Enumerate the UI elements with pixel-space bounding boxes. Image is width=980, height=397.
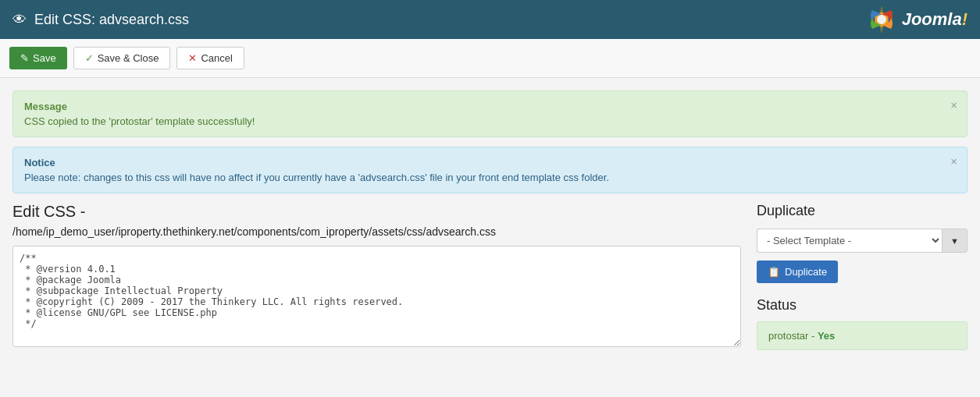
notice-alert: Notice Please note: changes to this css … (12, 147, 968, 193)
cancel-icon: ✕ (188, 52, 197, 64)
content-area: Message CSS copied to the 'protostar' te… (0, 78, 980, 363)
css-editor-wrapper (12, 246, 741, 349)
notice-text: Please note: changes to this css will ha… (24, 172, 939, 183)
css-textarea[interactable] (12, 246, 741, 347)
select-template-row: - Select Template - ▼ (757, 229, 968, 253)
page-title: Edit CSS: advsearch.css (34, 12, 189, 28)
notice-title: Notice (24, 157, 939, 168)
header-left: 👁 Edit CSS: advsearch.css (12, 12, 189, 28)
message-text: CSS copied to the 'protostar' template s… (24, 115, 939, 127)
cancel-button[interactable]: ✕ Cancel (176, 47, 244, 69)
message-close-button[interactable]: × (950, 99, 957, 111)
select-template-caret-icon[interactable]: ▼ (942, 229, 968, 253)
status-yes: Yes (818, 330, 835, 342)
joomla-logo: Joomla! (866, 4, 968, 35)
editor-right: Duplicate - Select Template - ▼ 📋 Duplic… (757, 203, 968, 350)
status-template-name: protostar (768, 330, 808, 342)
message-alert: Message CSS copied to the 'protostar' te… (12, 90, 968, 137)
save-icon: ✎ (20, 52, 29, 64)
svg-point-1 (877, 15, 886, 24)
eye-icon: 👁 (12, 12, 27, 28)
status-separator: - (808, 330, 818, 342)
joomla-label: Joomla! (902, 9, 968, 30)
check-icon: ✓ (85, 52, 94, 64)
select-template-dropdown[interactable]: - Select Template - (757, 229, 942, 253)
toolbar: ✎ Save ✓ Save & Close ✕ Cancel (0, 39, 980, 78)
editor-heading: Edit CSS - (12, 203, 741, 221)
file-path: /home/ip_demo_user/iproperty.thethinkery… (12, 225, 741, 238)
duplicate-copy-icon: 📋 (768, 266, 780, 278)
save-close-button[interactable]: ✓ Save & Close (73, 47, 171, 69)
duplicate-button[interactable]: 📋 Duplicate (757, 261, 838, 283)
duplicate-title: Duplicate (757, 203, 968, 219)
status-title: Status (757, 297, 968, 314)
joomla-star-icon (866, 4, 897, 35)
save-button[interactable]: ✎ Save (9, 47, 67, 69)
message-title: Message (24, 101, 939, 112)
status-badge: protostar - Yes (757, 321, 968, 350)
editor-layout: Edit CSS - /home/ip_demo_user/iproperty.… (12, 203, 968, 350)
header-bar: 👁 Edit CSS: advsearch.css Joomla! (0, 0, 980, 39)
editor-left: Edit CSS - /home/ip_demo_user/iproperty.… (12, 203, 741, 350)
notice-close-button[interactable]: × (950, 155, 957, 167)
